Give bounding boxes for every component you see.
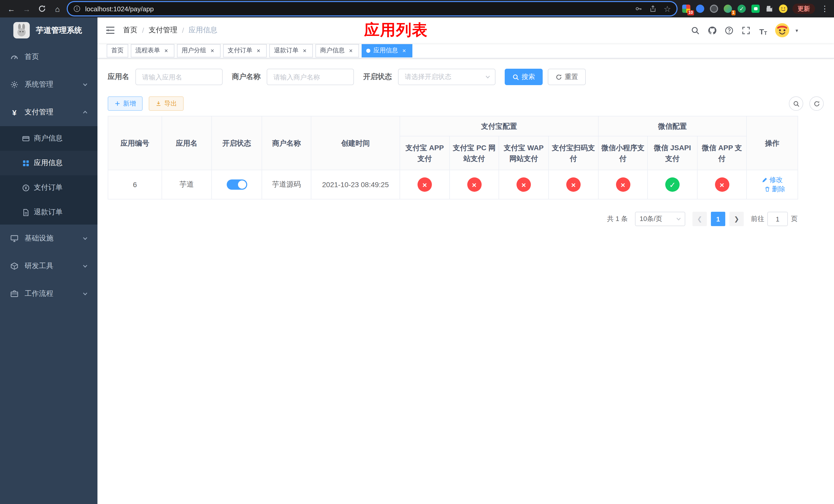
status-select[interactable]: 请选择开启状态 bbox=[398, 69, 496, 85]
sidebar: 芋道管理系统 首页 系统管理 bbox=[0, 18, 97, 504]
github-icon[interactable] bbox=[707, 25, 718, 36]
search-button[interactable]: 搜索 bbox=[505, 69, 543, 85]
cell-actions: 修改 删除 bbox=[747, 170, 798, 199]
col-app-name: 应用名 bbox=[162, 116, 212, 170]
tab-process-form[interactable]: 流程表单 × bbox=[131, 44, 174, 57]
sidebar-item-label: 工作流程 bbox=[25, 289, 76, 298]
extension-blue-icon[interactable] bbox=[696, 4, 705, 13]
tab-close-icon[interactable]: × bbox=[209, 47, 216, 54]
fullscreen-icon[interactable] bbox=[741, 25, 752, 36]
password-key-icon[interactable] bbox=[635, 5, 643, 13]
tab-refund-orders[interactable]: 退款订单 × bbox=[269, 44, 313, 57]
sidebar-logo-row[interactable]: 芋道管理系统 bbox=[0, 18, 97, 43]
back-button[interactable]: ← bbox=[4, 2, 19, 16]
app-name-label: 应用名 bbox=[108, 72, 135, 82]
breadcrumb-payment[interactable]: 支付管理 bbox=[149, 26, 177, 35]
sidebar-item-system[interactable]: 系统管理 bbox=[0, 71, 97, 98]
tab-merchant-info[interactable]: 商户信息 × bbox=[315, 44, 359, 57]
sidebar-item-payment-orders[interactable]: 支付订单 bbox=[0, 175, 97, 200]
col-alipay-app: 支付宝 APP 支付 bbox=[400, 136, 449, 170]
avatar-caret-icon[interactable]: ▾ bbox=[795, 27, 798, 33]
omnibox-actions: ☆ bbox=[635, 5, 672, 13]
prev-page-button[interactable]: ❮ bbox=[693, 212, 707, 226]
add-button[interactable]: 新增 bbox=[108, 96, 142, 111]
sidebar-item-merchant-info[interactable]: 商户信息 bbox=[0, 126, 97, 151]
reload-button[interactable] bbox=[35, 2, 49, 16]
browser-menu-icon[interactable]: ⋮ bbox=[820, 4, 830, 13]
sidebar-item-dev-tools[interactable]: 研发工具 bbox=[0, 252, 97, 280]
browser-profile-avatar[interactable] bbox=[778, 4, 788, 13]
extensions-puzzle-icon[interactable] bbox=[765, 4, 774, 13]
toggle-search-button[interactable] bbox=[789, 96, 803, 111]
tab-close-icon[interactable]: × bbox=[162, 47, 170, 54]
sidebar-item-app-info[interactable]: 应用信息 bbox=[0, 151, 97, 175]
sidebar-item-refund-orders[interactable]: 退款订单 bbox=[0, 200, 97, 225]
tab-user-group[interactable]: 用户分组 × bbox=[177, 44, 221, 57]
tab-home[interactable]: 首页 bbox=[107, 44, 128, 57]
tab-close-icon[interactable]: × bbox=[255, 47, 262, 54]
col-merchant: 商户名称 bbox=[262, 116, 311, 170]
sidebar-item-infrastructure[interactable]: 基础设施 bbox=[0, 225, 97, 252]
home-button[interactable]: ⌂ bbox=[50, 2, 65, 16]
site-info-icon[interactable] bbox=[73, 5, 81, 13]
extension-avatar-icon[interactable]: 1 bbox=[723, 4, 732, 13]
refresh-table-button[interactable] bbox=[809, 96, 824, 111]
next-page-button[interactable]: ❯ bbox=[729, 212, 744, 226]
header-search-icon[interactable] bbox=[690, 25, 701, 36]
search-icon bbox=[793, 100, 799, 107]
col-actions: 操作 bbox=[747, 116, 798, 170]
reset-button[interactable]: 重置 bbox=[548, 69, 586, 85]
monitor-icon bbox=[10, 234, 19, 243]
sidebar-item-home[interactable]: 首页 bbox=[0, 43, 97, 71]
sidebar-item-label: 研发工具 bbox=[25, 261, 76, 271]
sidebar-item-label: 首页 bbox=[25, 52, 88, 62]
total-count: 共 1 条 bbox=[607, 214, 628, 224]
forward-button[interactable]: → bbox=[20, 2, 34, 16]
extension-colors-icon[interactable]: 10 bbox=[682, 4, 691, 13]
sidebar-item-payment[interactable]: ¥ 支付管理 bbox=[0, 98, 97, 126]
wechat-jsapi-status-icon bbox=[665, 177, 680, 192]
cell-merchant: 芋道源码 bbox=[262, 170, 311, 199]
navbar: 首页 / 支付管理 / 应用信息 应用列表 bbox=[97, 18, 834, 43]
breadcrumb-home[interactable]: 首页 bbox=[123, 26, 137, 35]
page-number-button[interactable]: 1 bbox=[711, 212, 725, 226]
font-size-icon[interactable]: TT bbox=[758, 25, 769, 36]
delete-link[interactable]: 删除 bbox=[764, 185, 785, 194]
address-bar[interactable]: localhost:1024/pay/app ☆ bbox=[68, 2, 677, 15]
merchant-input[interactable] bbox=[267, 69, 354, 85]
extension-green-check-icon[interactable]: ✓ bbox=[737, 4, 746, 13]
status-toggle[interactable] bbox=[226, 180, 247, 190]
user-avatar[interactable] bbox=[774, 23, 790, 38]
tab-close-icon[interactable]: × bbox=[347, 47, 354, 54]
extension-badge: 10 bbox=[687, 10, 694, 15]
goto-page-input[interactable] bbox=[767, 212, 788, 226]
col-created: 创建时间 bbox=[311, 116, 400, 170]
tab-payment-orders[interactable]: 支付订单 × bbox=[223, 44, 267, 57]
bookmark-star-icon[interactable]: ☆ bbox=[663, 5, 672, 13]
filter-status: 开启状态 请选择开启状态 bbox=[363, 69, 496, 85]
app-table: 应用编号 应用名 开启状态 商户名称 创建时间 支付宝配置 微信配置 操作 支付… bbox=[108, 116, 798, 200]
edit-icon bbox=[762, 177, 768, 183]
page-size-select[interactable]: 10条/页 bbox=[635, 212, 685, 226]
app-name-input[interactable] bbox=[135, 69, 223, 85]
edit-link[interactable]: 修改 bbox=[762, 175, 783, 185]
tab-close-icon[interactable]: × bbox=[301, 47, 308, 54]
tab-label: 应用信息 bbox=[373, 46, 398, 55]
share-icon[interactable] bbox=[649, 5, 657, 13]
col-alipay-pc: 支付宝 PC 网站支付 bbox=[449, 136, 499, 170]
tab-app-info[interactable]: 应用信息 × bbox=[361, 44, 412, 57]
extension-dark-icon[interactable] bbox=[709, 4, 719, 13]
alipay-qr-status-icon bbox=[566, 177, 580, 192]
goto-page: 前往 页 bbox=[751, 212, 797, 226]
sidebar-item-label: 支付管理 bbox=[25, 108, 76, 117]
extension-wechat-devtools-icon[interactable] bbox=[751, 4, 760, 13]
export-button[interactable]: 导出 bbox=[149, 96, 184, 111]
breadcrumb-separator: / bbox=[142, 26, 144, 35]
help-icon[interactable] bbox=[724, 25, 735, 36]
sidebar-item-workflow[interactable]: 工作流程 bbox=[0, 280, 97, 307]
hamburger-icon[interactable] bbox=[105, 25, 116, 36]
breadcrumb-current: 应用信息 bbox=[189, 26, 218, 35]
url-text[interactable]: localhost:1024/pay/app bbox=[85, 5, 635, 13]
browser-update-button[interactable]: 更新 bbox=[792, 4, 815, 14]
tab-close-icon[interactable]: × bbox=[401, 47, 408, 54]
